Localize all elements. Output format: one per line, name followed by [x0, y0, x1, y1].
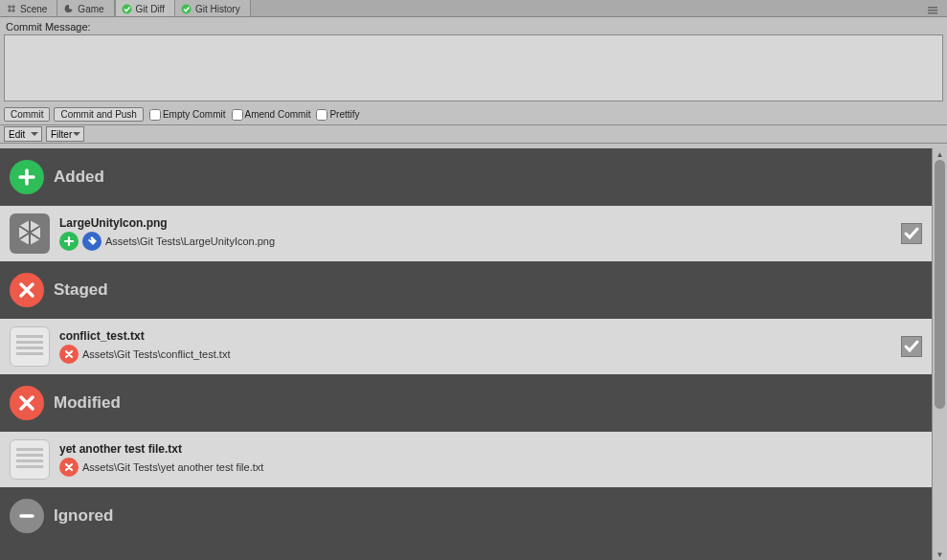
tab-strip: Scene Game Git Diff Git History [0, 0, 947, 17]
amend-commit-checkbox[interactable]: Amend Commit [232, 109, 311, 121]
file-path-row: Assets\Git Tests\conflict_test.txt [59, 345, 891, 364]
commit-message-input[interactable] [4, 34, 943, 101]
section-title: Modified [54, 393, 121, 413]
section-title: Ignored [54, 506, 113, 526]
scroll-up-icon[interactable]: ▲ [933, 148, 947, 160]
commit-and-push-button[interactable]: Commit and Push [54, 107, 143, 122]
file-path-row: Assets\Git Tests\yet another test file.t… [59, 458, 922, 477]
section-header-added[interactable]: Added [0, 148, 932, 206]
svg-point-5 [90, 238, 92, 240]
x-icon [10, 273, 44, 307]
svg-point-0 [123, 4, 132, 13]
tab-label: Game [78, 4, 103, 14]
file-row[interactable]: LargeUnityIcon.png Assets\Git Tests\Larg… [0, 206, 932, 261]
file-row[interactable]: conflict_test.txt Assets\Git Tests\confl… [0, 319, 932, 374]
diff-list[interactable]: Added LargeUnityIcon.png Assets\Git Test… [0, 148, 932, 560]
plus-icon [10, 160, 44, 194]
scroll-thumb[interactable] [935, 160, 945, 409]
tab-git-history[interactable]: Git History [175, 0, 251, 16]
grid-icon [6, 3, 17, 14]
scroll-down-icon[interactable]: ▼ [933, 549, 947, 560]
diff-list-container: Added LargeUnityIcon.png Assets\Git Test… [0, 148, 947, 560]
section-header-ignored[interactable]: Ignored [0, 487, 932, 545]
file-meta: conflict_test.txt Assets\Git Tests\confl… [59, 329, 891, 364]
file-meta: LargeUnityIcon.png Assets\Git Tests\Larg… [59, 216, 891, 251]
plus-icon [59, 232, 79, 251]
checkbox-label: Amend Commit [245, 109, 311, 120]
section-title: Added [54, 168, 104, 187]
filter-row: Edit Filter [0, 125, 947, 144]
stage-checkbox[interactable] [901, 223, 922, 244]
empty-commit-checkbox[interactable]: Empty Commit [149, 109, 226, 121]
svg-rect-4 [928, 12, 937, 14]
svg-rect-2 [928, 7, 937, 9]
file-path-row: Assets\Git Tests\LargeUnityIcon.png [59, 232, 891, 251]
file-meta: yet another test file.txt Assets\Git Tes… [59, 442, 922, 477]
file-thumbnail-unity [10, 213, 50, 254]
file-thumbnail-document [10, 326, 50, 367]
svg-point-1 [182, 4, 192, 13]
x-icon [10, 386, 44, 420]
tab-label: Scene [20, 4, 47, 14]
pacman-icon [63, 3, 75, 14]
checkbox-label: Empty Commit [163, 109, 226, 120]
prettify-checkbox[interactable]: Prettify [316, 109, 359, 121]
file-name: LargeUnityIcon.png [59, 216, 891, 230]
section-header-staged[interactable]: Staged [0, 261, 932, 319]
tab-scene[interactable]: Scene [0, 0, 57, 16]
file-thumbnail-document [10, 439, 50, 480]
tab-label: Git History [195, 4, 240, 14]
filter-dropdown[interactable]: Filter [46, 126, 84, 142]
file-row[interactable]: yet another test file.txt Assets\Git Tes… [0, 432, 932, 487]
tab-label: Git Diff [136, 4, 165, 14]
tag-icon [82, 232, 101, 251]
tab-game[interactable]: Game [57, 0, 114, 16]
dropdown-label: Edit [9, 129, 25, 140]
checkbox-label: Prettify [329, 109, 359, 120]
commit-button-row: Commit Commit and Push Empty Commit Amen… [0, 105, 947, 125]
check-icon [122, 3, 133, 14]
tab-git-diff[interactable]: Git Diff [115, 0, 175, 16]
commit-message-area: Commit Message: [0, 17, 947, 105]
file-name: yet another test file.txt [59, 442, 922, 456]
file-path: Assets\Git Tests\LargeUnityIcon.png [105, 235, 275, 247]
x-icon [59, 458, 79, 477]
section-title: Staged [54, 280, 108, 300]
panel-menu-icon[interactable] [922, 5, 947, 16]
file-path: Assets\Git Tests\conflict_test.txt [82, 348, 230, 360]
file-name: conflict_test.txt [59, 329, 891, 343]
minus-icon [10, 499, 44, 533]
vertical-scrollbar[interactable]: ▲ ▼ [932, 148, 947, 560]
dropdown-label: Filter [51, 129, 72, 140]
x-icon [59, 345, 79, 364]
svg-rect-3 [928, 10, 937, 11]
file-path: Assets\Git Tests\yet another test file.t… [82, 461, 263, 473]
edit-dropdown[interactable]: Edit [4, 126, 42, 142]
commit-message-label: Commit Message: [4, 19, 943, 34]
stage-checkbox[interactable] [901, 336, 922, 357]
commit-button[interactable]: Commit [4, 107, 50, 122]
check-icon [181, 3, 192, 14]
section-header-modified[interactable]: Modified [0, 374, 932, 432]
